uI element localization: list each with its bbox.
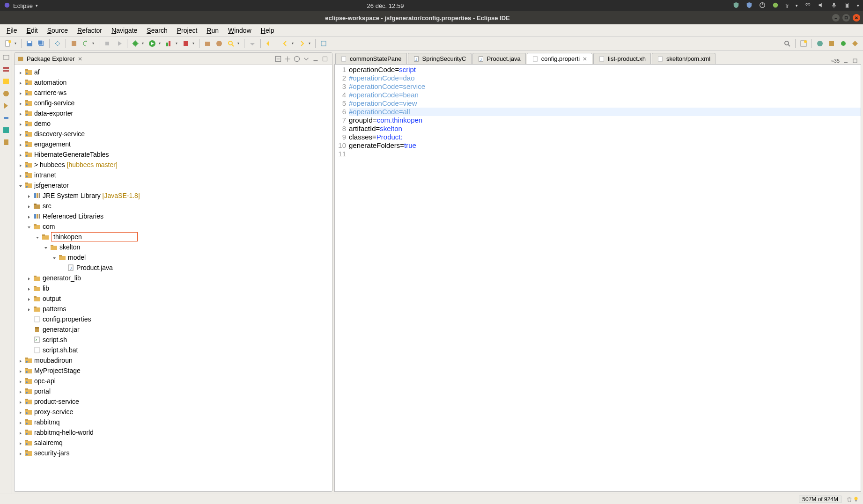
maximize-view-button[interactable] [321,55,329,63]
tree-item[interactable]: script.sh [15,335,332,345]
perspective-debug-button[interactable] [838,38,848,49]
menu-source[interactable]: Source [43,26,73,35]
expand-icon[interactable] [18,183,24,188]
tree-item[interactable]: generator_lib [15,273,332,283]
expand-icon[interactable] [18,419,24,425]
expand-icon[interactable] [18,141,24,147]
servers-view-icon[interactable] [2,66,10,73]
annotations-view-icon[interactable] [2,78,10,85]
expand-icon[interactable] [18,430,24,435]
progress-view-icon[interactable] [2,114,10,122]
prev-annotation-button[interactable] [247,38,258,49]
refresh-button[interactable] [81,38,91,49]
outline-view-icon[interactable] [2,126,10,134]
tree-item[interactable]: rabbitmq [15,417,332,427]
tree-item[interactable]: af [15,67,332,77]
expand-icon[interactable] [27,306,32,312]
access-button[interactable] [782,38,792,49]
tree-item[interactable]: Referenced Libraries [15,211,332,221]
expand-icon[interactable] [27,285,32,291]
expand-icon[interactable] [18,388,24,394]
wifi-icon[interactable] [804,2,811,10]
tree-item[interactable]: > hubbees [hubbees master] [15,160,332,170]
pin-button[interactable] [318,38,329,49]
coverage-dropdown-icon[interactable]: ▾ [176,41,179,45]
tree-item[interactable]: script.sh.bat [15,345,332,355]
tree-item[interactable]: generator.jar [15,324,332,335]
perspective-git-button[interactable] [850,38,860,49]
expand-icon[interactable] [27,316,32,322]
menu-edit[interactable]: Edit [22,26,43,35]
tree-item[interactable]: JProduct.java [15,263,332,273]
stop-button[interactable] [102,38,112,49]
tree-item[interactable]: opc-api [15,376,332,386]
snippets-view-icon[interactable] [2,102,10,110]
back-dropdown-icon[interactable]: ▾ [292,41,295,45]
tree-item[interactable]: config-service [15,98,332,108]
ext-tools-button[interactable] [181,38,191,49]
expand-icon[interactable] [18,110,24,116]
tree-item[interactable]: patterns [15,304,332,314]
tree-item[interactable]: product-service [15,396,332,407]
expand-icon[interactable] [27,327,32,332]
shield2-icon[interactable] [746,2,752,10]
link-with-editor-button[interactable] [283,55,292,63]
close-button[interactable] [853,14,860,22]
heap-status[interactable]: 507M of 924M [799,496,841,503]
expand-icon[interactable] [18,440,24,446]
ext-dropdown-icon[interactable]: ▾ [192,41,196,45]
perspective-jee-button[interactable] [815,38,825,49]
tree-item[interactable]: security-jars [15,448,332,458]
expand-icon[interactable] [27,213,32,219]
refresh-dropdown-icon[interactable]: ▾ [92,41,96,45]
menu-project[interactable]: Project [172,26,202,35]
focus-button[interactable] [293,55,301,63]
expand-icon[interactable] [18,368,24,373]
debug-dropdown-icon[interactable]: ▾ [142,41,146,45]
tree-item[interactable]: MyProjectStage [15,365,332,376]
tree-item[interactable]: proxy-service [15,407,332,417]
tree-item[interactable]: salairemq [15,438,332,448]
minimize-editor-button[interactable] [842,58,849,64]
expand-icon[interactable] [27,193,32,198]
shield1-icon[interactable] [733,2,739,10]
save-button[interactable] [24,38,35,49]
tree-item[interactable] [15,232,332,242]
tree-item[interactable]: discovery-service [15,129,332,139]
new-package-button[interactable] [202,38,213,49]
tree-item[interactable]: src [15,201,332,211]
expand-icon[interactable] [18,409,24,415]
expand-icon[interactable] [60,265,66,270]
expand-icon[interactable] [35,234,41,240]
close-tab-icon[interactable]: ✕ [583,56,587,62]
editor-tab[interactable]: skelton/pom.xml [652,53,715,64]
close-view-icon[interactable]: ✕ [78,56,82,62]
minimize-button[interactable] [832,14,840,22]
rename-input[interactable] [51,232,138,241]
power-icon[interactable] [759,2,766,10]
expand-icon[interactable] [18,172,24,178]
tip-icon[interactable] [853,496,859,503]
expand-icon[interactable] [52,255,58,260]
run-dropdown-icon[interactable]: ▾ [159,41,162,45]
mic-icon[interactable] [831,2,837,10]
tree-item[interactable]: data-exporter [15,108,332,118]
link-editor-button[interactable] [52,38,63,49]
expand-icon[interactable] [18,450,24,456]
volume-icon[interactable] [818,2,824,10]
skip-button[interactable] [114,38,124,49]
collapse-all-button[interactable] [274,55,282,63]
code-content[interactable]: operationCode=script#operationCode=dao#o… [348,65,861,491]
restore-view-icon[interactable] [2,53,10,61]
expand-icon[interactable] [18,131,24,137]
next-edit-button[interactable] [264,38,274,49]
save-all-button[interactable] [36,38,46,49]
expand-icon[interactable] [27,347,32,353]
tab-overflow-indicator[interactable]: »35 [831,58,840,64]
text-editor[interactable]: 1234567891011 operationCode=script#opera… [334,65,861,492]
app-name[interactable]: Eclipse [13,2,33,9]
tree-item[interactable]: automation [15,77,332,88]
tree-item[interactable]: engagement [15,139,332,149]
expand-icon[interactable] [27,337,32,343]
minimize-view-button[interactable] [311,55,320,63]
